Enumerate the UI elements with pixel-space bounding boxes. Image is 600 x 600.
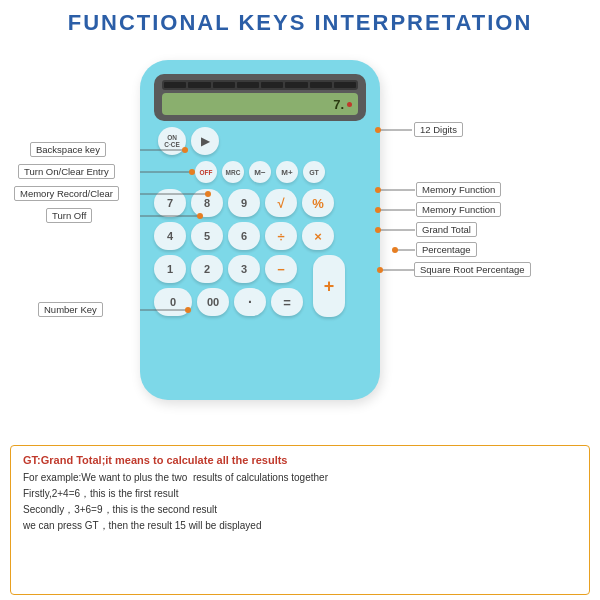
btn-9[interactable]: 9 — [228, 189, 260, 217]
row-456: 4 5 6 ÷ × — [154, 222, 366, 250]
btn-7[interactable]: 7 — [154, 189, 186, 217]
svg-point-19 — [392, 247, 398, 253]
info-title: GT:Grand Total;it means to calculate all… — [23, 454, 577, 466]
divide-button[interactable]: ÷ — [265, 222, 297, 250]
label-memory-func-1: Memory Function — [416, 182, 501, 197]
label-percentage: Percentage — [416, 242, 477, 257]
top-function-row: ONC·CE ▶ — [154, 127, 366, 155]
on-cce-button[interactable]: ONC·CE — [158, 127, 186, 155]
btn-4[interactable]: 4 — [154, 222, 186, 250]
backspace-button[interactable]: ▶ — [191, 127, 219, 155]
label-grand-total: Grand Total — [416, 222, 477, 237]
info-line-1: For example:We want to plus the two resu… — [23, 470, 577, 486]
label-memory-func-2: Memory Function — [416, 202, 501, 217]
btn-1[interactable]: 1 — [154, 255, 186, 283]
sqrt-button[interactable]: √ — [265, 189, 297, 217]
page-header: FUNCTIONAL KEYS INTERPRETATION — [0, 0, 600, 42]
info-line-3: Secondly，3+6=9，this is the second result — [23, 502, 577, 518]
label-memory-rec: Memory Record/Clear — [14, 186, 119, 201]
info-line-4: we can press GT，then the result 15 will … — [23, 518, 577, 534]
mrc-button[interactable]: MRC — [222, 161, 244, 183]
btn-2[interactable]: 2 — [191, 255, 223, 283]
off-button[interactable]: OFF — [195, 161, 217, 183]
btn-0[interactable]: 0 — [154, 288, 192, 316]
screen-value: 7. — [333, 97, 344, 112]
multiply-button[interactable]: × — [302, 222, 334, 250]
info-body: For example:We want to plus the two resu… — [23, 470, 577, 534]
btn-dot[interactable]: · — [234, 288, 266, 316]
row-1-2-3: 1 2 3 − — [154, 255, 303, 283]
label-backspace: Backspace key — [30, 142, 106, 157]
minus-button[interactable]: − — [265, 255, 297, 283]
screen: 7. — [162, 93, 358, 115]
memory-row: OFF MRC M− M+ GT — [154, 161, 366, 183]
btn-5[interactable]: 5 — [191, 222, 223, 250]
label-turn-on: Turn On/Clear Entry — [18, 164, 115, 179]
plus-button[interactable]: + — [313, 255, 345, 317]
row-123: 1 2 3 − 0 00 · = + — [154, 255, 366, 317]
btn-8[interactable]: 8 — [191, 189, 223, 217]
btn-00[interactable]: 00 — [197, 288, 229, 316]
info-box: GT:Grand Total;it means to calculate all… — [10, 445, 590, 595]
label-number-key: Number Key — [38, 302, 103, 317]
equals-button[interactable]: = — [271, 288, 303, 316]
screen-dot — [347, 102, 352, 107]
keypad: 7 8 9 √ % 4 5 6 ÷ × 1 2 3 — [154, 189, 366, 317]
label-sqrt-percent: Square Root Percentage — [414, 262, 531, 277]
label-12digits: 12 Digits — [414, 122, 463, 137]
mplus-button[interactable]: M+ — [276, 161, 298, 183]
btn-6[interactable]: 6 — [228, 222, 260, 250]
row-0-00-dot-eq: 0 00 · = — [154, 288, 303, 316]
solar-panel — [162, 80, 358, 90]
display-section: 7. — [154, 74, 366, 121]
row-789: 7 8 9 √ % — [154, 189, 366, 217]
label-turn-off: Turn Off — [46, 208, 92, 223]
calculator-body: 7. ONC·CE ▶ OFF MRC M− M+ GT 7 8 9 √ % — [140, 60, 380, 400]
gt-button[interactable]: GT — [303, 161, 325, 183]
btn-3[interactable]: 3 — [228, 255, 260, 283]
mminus-button[interactable]: M− — [249, 161, 271, 183]
diagram-area: 7. ONC·CE ▶ OFF MRC M− M+ GT 7 8 9 √ % — [0, 42, 600, 432]
percent-button[interactable]: % — [302, 189, 334, 217]
info-line-2: Firstly,2+4=6，this is the first result — [23, 486, 577, 502]
page-title: FUNCTIONAL KEYS INTERPRETATION — [0, 10, 600, 36]
